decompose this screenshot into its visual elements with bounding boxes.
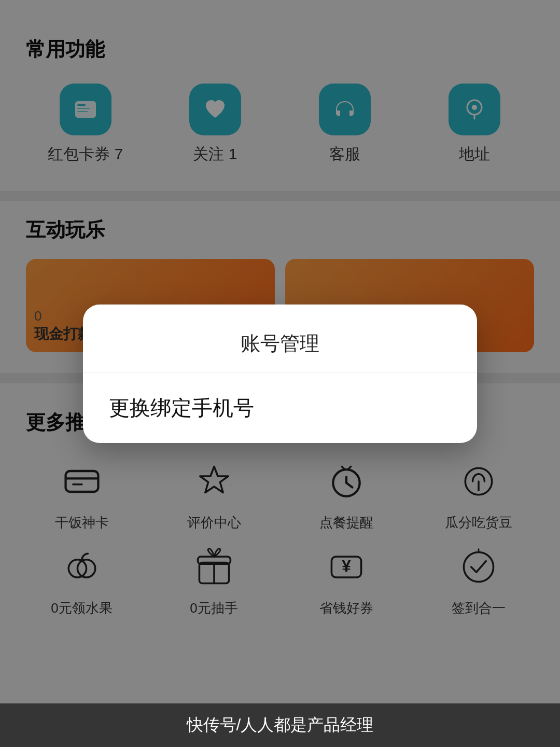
watermark-text: 快传号/人人都是产品经理 (187, 715, 374, 734)
modal-overlay[interactable]: 账号管理 更换绑定手机号 (0, 0, 560, 747)
account-management-modal: 账号管理 更换绑定手机号 (83, 305, 477, 443)
modal-title: 账号管理 (83, 305, 477, 372)
watermark: 快传号/人人都是产品经理 (0, 703, 560, 747)
change-phone-item[interactable]: 更换绑定手机号 (83, 373, 477, 443)
